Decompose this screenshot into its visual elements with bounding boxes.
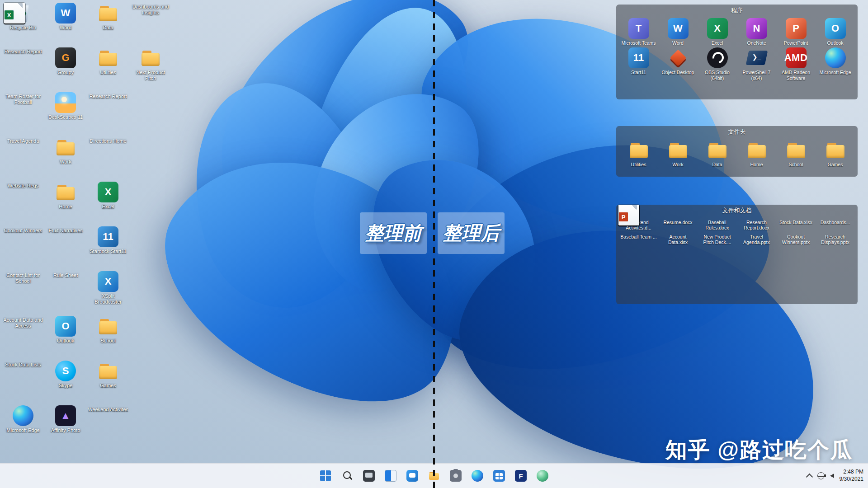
fence-icon[interactable]: OneNote — [737, 16, 776, 46]
volume-icon[interactable] — [830, 474, 834, 478]
desktop-icon[interactable]: Contact List for School — [2, 271, 44, 316]
desktop-icon[interactable]: Travel Agenda — [2, 137, 44, 182]
fence-icon[interactable]: Research Displays.pptx — [816, 231, 855, 245]
desktop-icon-label: Home — [45, 204, 86, 210]
fence-icon-label: Research Report.docx — [738, 220, 775, 231]
desktop-icon[interactable]: DeskScapes 11 — [44, 92, 87, 137]
desktop-icon[interactable]: Stock Data Lists — [2, 361, 44, 405]
start-button[interactable] — [316, 466, 335, 485]
deskscapes-taskbar-app[interactable] — [359, 466, 378, 485]
fence-icon-label: Research Displays.pptx — [817, 234, 854, 245]
fence-icon[interactable]: Object Desktop — [658, 46, 698, 81]
fence-icon-label: Baseball Team ... — [620, 234, 657, 239]
fence-icon[interactable]: Dashboards... — [816, 216, 855, 231]
folder-icon — [786, 140, 807, 160]
desktop-icon[interactable]: Microsoft Edge — [2, 405, 44, 450]
fence-icon[interactable]: Games — [816, 138, 855, 167]
task-view-button[interactable] — [381, 466, 400, 485]
fence-icon[interactable]: Excel — [698, 16, 737, 46]
skype-icon — [55, 361, 76, 381]
fences-app-button[interactable] — [511, 466, 530, 485]
fence-icon[interactable]: New Product Pitch Deck.... — [698, 231, 737, 245]
desktop-icon[interactable]: Stardock Start11 — [87, 226, 129, 271]
desktop-icon[interactable]: Team Roster for Football — [2, 92, 44, 137]
fence-icon-label: AMD Radeon Software — [778, 70, 815, 81]
desktop-icon[interactable]: Fruit Narratives — [44, 226, 87, 271]
desktop-icon[interactable]: Groupy — [44, 47, 87, 92]
desktop-icon[interactable]: Outlook — [44, 316, 87, 361]
desktop-icon-label: Microsoft Edge — [3, 427, 43, 433]
fence-icon-label: Data — [699, 162, 736, 167]
desktop-icon[interactable]: Excel — [87, 182, 129, 226]
desktop-screen: Recycle Bin Research Report Team Roster … — [0, 0, 868, 488]
screenshot-app-button[interactable] — [446, 466, 465, 485]
fence-icon[interactable]: Research Report.docx — [737, 216, 776, 231]
desktop-icon-label: Travel Agenda — [3, 138, 43, 144]
desktop-icon[interactable]: Word — [44, 3, 87, 47]
search-button[interactable] — [338, 466, 357, 485]
fence-icon[interactable]: Word — [658, 16, 698, 46]
fence-icon[interactable]: Baseball Team ... — [619, 231, 658, 245]
fence-icon[interactable]: Work — [658, 138, 698, 167]
taskbar-clock[interactable]: 2:48 PM 9/30/2021 — [840, 469, 863, 483]
fence-icon[interactable]: School — [776, 138, 816, 167]
app-button[interactable] — [533, 466, 552, 485]
fence-icon[interactable]: Data — [698, 138, 737, 167]
taskview-icon — [385, 470, 396, 482]
desktop-icon-label: Research Report — [88, 94, 128, 99]
desktop-icon[interactable]: Research Report — [87, 92, 129, 137]
edge-browser-button[interactable] — [468, 466, 487, 485]
fence-icon[interactable]: Microsoft Teams — [619, 16, 658, 46]
desktop-icon[interactable]: Work — [44, 137, 87, 182]
start11-icon — [98, 226, 118, 247]
desktop-icon[interactable]: School — [87, 316, 129, 361]
desktop-icon[interactable]: Weekend Activites — [87, 405, 129, 450]
desktop-icon[interactable]: Account Data and Access — [2, 316, 44, 361]
fence-icon[interactable]: Baseball Rules.docx — [698, 216, 737, 231]
desktop-icon-label: Work — [45, 159, 86, 165]
desktop-icon[interactable]: Research Report — [2, 47, 44, 92]
start-icon — [320, 470, 331, 481]
desktop-icon[interactable]: Directions Home — [87, 137, 129, 182]
desktop-icon[interactable]: Cookout Winners — [2, 226, 44, 271]
fence-icon-label: Dashboards... — [817, 220, 854, 225]
desktop-icon[interactable]: Data — [87, 3, 129, 47]
desktop-icon[interactable]: Dashboards and Insights — [129, 3, 172, 47]
fence-icon[interactable]: PowerShell 7 (x64) — [737, 46, 776, 81]
hidden-icons-chevron-icon[interactable] — [806, 473, 813, 480]
fence-icon[interactable]: OBS Studio (64bit) — [698, 46, 737, 81]
fence-icon[interactable]: AMD Radeon Software — [776, 46, 816, 81]
fence-icon[interactable]: Travel Agenda.pptx — [737, 231, 776, 245]
desktop-icon[interactable]: Games — [87, 361, 129, 405]
chat-button[interactable] — [403, 466, 422, 485]
teams-app-icon — [628, 18, 649, 39]
desktop-icon-label: Fruit Narratives — [45, 228, 86, 234]
desktop-icon[interactable]: Home — [44, 182, 87, 226]
fence-icon[interactable]: Resume.docx — [658, 216, 698, 231]
desktop-icon[interactable]: XSplit Broadcaster — [87, 271, 129, 316]
desktop-icon-label: Next Product Pitch — [130, 70, 171, 81]
desktop-icon-label: XSplit Broadcaster — [88, 293, 128, 305]
desktop-icon[interactable]: Website Reqs — [2, 182, 44, 226]
desktop-icon[interactable]: Utilities — [87, 47, 129, 92]
fence-icon[interactable]: Cookout Winners.pptx — [776, 231, 816, 245]
fence-icon[interactable]: Home — [737, 138, 776, 167]
fence-icon[interactable]: Outlook — [816, 16, 855, 46]
taskbar: 2:48 PM 9/30/2021 — [0, 463, 868, 488]
fence-icon[interactable]: Microsoft Edge — [816, 46, 855, 81]
file-explorer-button[interactable] — [425, 466, 443, 485]
desktop-icon[interactable]: Next Product Pitch — [129, 47, 172, 92]
desktop-icon-label: Excel — [88, 204, 128, 210]
desktop-icon[interactable]: Skype — [44, 361, 87, 405]
fapp-icon — [515, 470, 527, 482]
network-icon[interactable] — [817, 472, 825, 479]
store-button[interactable] — [490, 466, 509, 485]
fence-icon[interactable]: PowerPoint — [776, 16, 816, 46]
fence-title: 文件夹 — [616, 126, 858, 138]
fence-icon[interactable]: Utilities — [619, 138, 658, 167]
fence-icon[interactable]: Start11 — [619, 46, 658, 81]
fence-icon[interactable]: Stock Data.xlsx — [776, 216, 816, 231]
desktop-icon[interactable]: Affinity Photo — [44, 405, 87, 450]
desktop-icon[interactable]: Rule Sheet — [44, 271, 87, 316]
fence-icon[interactable]: Account Data.xlsx — [658, 231, 698, 245]
